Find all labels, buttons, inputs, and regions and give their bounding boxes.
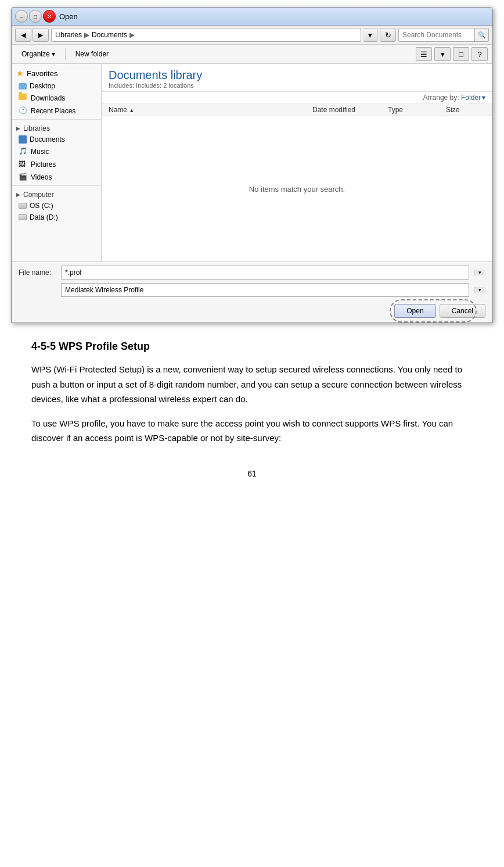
section-heading: 4-5-5 WPS Profile Setup (31, 341, 473, 353)
sidebar-item-d-drive[interactable]: Data (D:) (12, 212, 101, 223)
open-button[interactable]: Open (394, 304, 435, 318)
sidebar-item-c-drive[interactable]: OS (C:) (12, 200, 101, 212)
c-drive-icon (19, 203, 27, 209)
page-number: 61 (31, 469, 473, 478)
sidebar-divider-2 (12, 185, 101, 186)
sidebar-item-d-label: Data (D:) (30, 213, 58, 221)
subtitle-locations: Includes: 2 locations (136, 82, 194, 89)
title-bar-left: – □ ✕ Open (15, 10, 78, 23)
arrange-dropdown-icon: ▾ (482, 94, 485, 102)
filename-input-wrap (61, 266, 469, 280)
content-panel: Documents library Includes: Includes: 2 … (102, 64, 492, 261)
libraries-group-header[interactable]: ▶ Libraries (12, 121, 101, 134)
sidebar-item-pictures-label: Pictures (31, 160, 56, 169)
back-button[interactable]: ◀ (15, 28, 31, 42)
view-mode-button[interactable]: ☰ (416, 47, 432, 61)
library-title: Documents library (109, 69, 485, 82)
sidebar-item-videos[interactable]: 🎬 Videos (12, 171, 101, 184)
filetype-select-wrap: Mediatek Wireless Profile (61, 283, 469, 297)
sidebar-item-music[interactable]: 🎵 Music (12, 145, 101, 158)
libraries-label: Libraries (23, 124, 50, 132)
favorites-label: Favorites (27, 69, 57, 78)
sidebar-item-downloads[interactable]: Downloads (12, 92, 101, 105)
paragraph-1: WPS (Wi-Fi Protected Setup) is a new, co… (31, 362, 473, 407)
path-part-documents: Documents (92, 31, 127, 39)
favorites-header[interactable]: ★ Favorites (12, 66, 101, 80)
organize-label: Organize (21, 50, 50, 58)
toolbar: Organize ▾ New folder ☰ ▾ □ ? (12, 45, 492, 64)
path-separator-1: ▶ (84, 31, 89, 39)
close-button[interactable]: ✕ (43, 10, 56, 23)
address-path[interactable]: Libraries ▶ Documents ▶ (51, 28, 361, 42)
desktop-icon (19, 83, 27, 89)
sidebar-item-desktop[interactable]: Desktop (12, 80, 101, 92)
sidebar-item-downloads-label: Downloads (31, 94, 65, 102)
toolbar-separator (65, 48, 66, 60)
pictures-icon: 🖼 (19, 160, 28, 169)
sidebar-item-recent-places[interactable]: 🕐 Recent Places (12, 105, 101, 117)
title-bar-controls: – □ ✕ (15, 10, 56, 23)
arrange-by-value: Folder (461, 94, 481, 102)
new-folder-button[interactable]: New folder (70, 48, 114, 60)
sidebar-item-documents-label: Documents (30, 135, 65, 144)
sort-arrow-icon: ▲ (129, 108, 134, 113)
subtitle-includes: Includes: (109, 82, 136, 89)
view-details-button[interactable]: ▾ (434, 47, 451, 61)
title-bar: – □ ✕ Open (12, 8, 492, 26)
sidebar-item-documents[interactable]: Documents (12, 134, 101, 145)
search-box: 🔍 (398, 28, 489, 42)
column-size[interactable]: Size (446, 106, 492, 114)
arrange-by-label: Arrange by: (423, 94, 459, 102)
filename-input[interactable] (62, 268, 469, 277)
arrange-by-dropdown[interactable]: Folder ▾ (461, 94, 485, 102)
document-body: 4-5-5 WPS Profile Setup WPS (Wi-Fi Prote… (20, 341, 484, 478)
open-dialog-window: – □ ✕ Open ◀ ▶ Libraries ▶ Documents ▶ ▾… (11, 7, 493, 323)
cancel-button[interactable]: Cancel (440, 304, 485, 318)
sidebar-divider-1 (12, 119, 101, 120)
documents-icon (19, 135, 27, 144)
toolbar-right: ☰ ▾ □ ? (416, 47, 488, 61)
search-input[interactable] (399, 28, 474, 41)
path-part-libraries: Libraries (55, 31, 82, 39)
help-button[interactable]: ? (471, 47, 488, 61)
filetype-value: Mediatek Wireless Profile (62, 286, 469, 294)
sidebar: ★ Favorites Desktop Downloads 🕐 Recent P… (12, 64, 102, 261)
column-type[interactable]: Type (388, 106, 446, 114)
downloads-folder-icon (19, 94, 28, 103)
filename-dropdown-button[interactable]: ▾ (474, 270, 485, 275)
music-icon: 🎵 (19, 147, 28, 156)
sidebar-item-recent-label: Recent Places (31, 107, 75, 115)
filename-label: File name: (19, 268, 56, 277)
window-title: Open (59, 12, 78, 21)
arrange-bar: Arrange by: Folder ▾ (102, 92, 492, 104)
search-icon[interactable]: 🔍 (474, 28, 488, 41)
maximize-button[interactable]: □ (29, 10, 42, 23)
recent-places-icon: 🕐 (19, 106, 28, 116)
sidebar-item-desktop-label: Desktop (30, 82, 55, 90)
library-header: Documents library Includes: Includes: 2 … (102, 64, 492, 92)
path-dropdown-button[interactable]: ▾ (363, 28, 377, 42)
path-separator-2: ▶ (129, 31, 135, 39)
empty-message: No items match your search. (249, 185, 345, 194)
computer-group-header[interactable]: ▶ Computer (12, 188, 101, 200)
filename-row: File name: ▾ (12, 262, 492, 283)
file-list-body: No items match your search. (102, 116, 492, 261)
sidebar-item-pictures[interactable]: 🖼 Pictures (12, 158, 101, 171)
refresh-button[interactable]: ↻ (380, 28, 396, 42)
column-date[interactable]: Date modified (312, 106, 388, 114)
forward-button[interactable]: ▶ (33, 28, 49, 42)
favorites-star-icon: ★ (16, 69, 24, 78)
filetype-dropdown-button[interactable]: ▾ (474, 287, 485, 293)
new-folder-label: New folder (75, 50, 109, 58)
nav-buttons: ◀ ▶ (15, 28, 49, 42)
d-drive-icon (19, 214, 27, 220)
filetype-row: Mediatek Wireless Profile ▾ (12, 283, 492, 300)
column-name[interactable]: Name ▲ (102, 106, 312, 114)
computer-expand-icon: ▶ (16, 192, 20, 198)
organize-button[interactable]: Organize ▾ (16, 48, 60, 60)
address-bar: ◀ ▶ Libraries ▶ Documents ▶ ▾ ↻ 🔍 (12, 26, 492, 45)
computer-label: Computer (23, 191, 54, 199)
view-pane-button[interactable]: □ (453, 47, 469, 61)
minimize-button[interactable]: – (15, 10, 28, 23)
paragraph-2: To use WPS profile, you have to make sur… (31, 416, 473, 446)
